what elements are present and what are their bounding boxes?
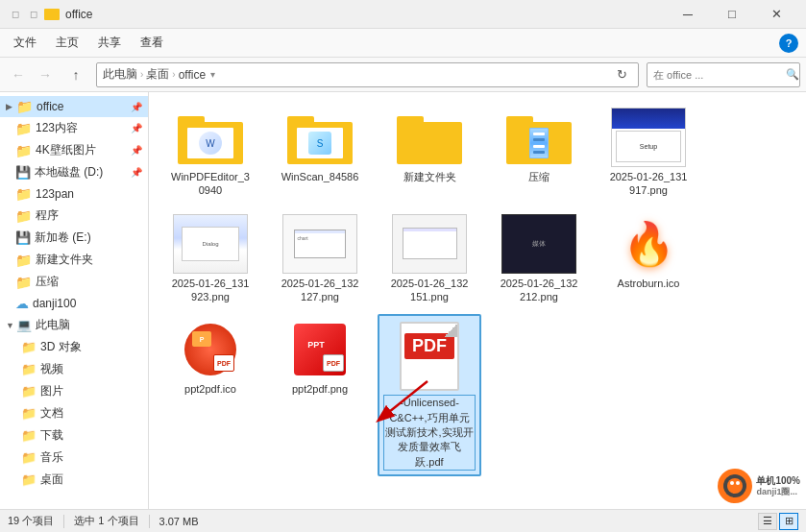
file-name-compress: 压缩	[528, 170, 550, 183]
minimize-button[interactable]: ─	[666, 0, 710, 29]
file-name-astroburn: Astroburn.ico	[618, 277, 680, 290]
file-item-pdf-selected[interactable]: PDF -Unlicensed-C&C++,巧用单元测试新技术,实现开发质量效率…	[378, 314, 481, 476]
title-bar-icons: ◻ ◻	[8, 7, 60, 22]
sidebar-item-danji100[interactable]: ☁ danji100	[0, 293, 148, 314]
back-button[interactable]: ←	[6, 62, 31, 87]
menu-view[interactable]: 查看	[131, 31, 173, 55]
address-bar[interactable]: 此电脑 › 桌面 › office ▾ ↻	[96, 62, 639, 87]
pin-icon-4k: 📌	[131, 145, 142, 156]
sidebar-item-office[interactable]: ▶ 📁 office 📌	[0, 96, 148, 117]
file-thumb-compress	[501, 107, 577, 168]
status-count: 19 个项目	[8, 514, 54, 528]
sidebar-label-video: 视频	[40, 361, 142, 377]
file-item-png-131917[interactable]: Setup 2025-01-26_131917.png	[597, 102, 700, 203]
title-icon-1[interactable]: ◻	[8, 7, 23, 22]
sidebar-item-desktop[interactable]: 📁 桌面	[0, 469, 148, 491]
sidebar-label-4k: 4K壁纸图片	[36, 142, 131, 158]
help-button[interactable]: ?	[779, 34, 798, 53]
file-name-winpdf: WinPDFEditor_30940	[171, 170, 250, 198]
file-thumb-ppt2pdf-png: PDF PPT	[281, 319, 358, 380]
desktop-icon: 📁	[21, 472, 37, 487]
hdd-icon: 💾	[15, 165, 31, 180]
pin-icon-d: 📌	[131, 167, 142, 178]
sidebar-item-4k[interactable]: 📁 4K壁纸图片 📌	[0, 139, 148, 161]
file-item-ppt2pdf-ico[interactable]: PDF P ppt2pdf.ico	[159, 314, 262, 476]
pin-icon-123: 📌	[131, 123, 142, 133]
sidebar-item-compress[interactable]: 📁 压缩	[0, 271, 148, 293]
search-box[interactable]: 🔍	[647, 62, 800, 87]
sidebar-collapse-pc: ▼	[6, 321, 15, 330]
sidebar-item-downloads[interactable]: 📁 下载	[0, 424, 148, 447]
video-icon: 📁	[21, 362, 37, 376]
sidebar-item-pc[interactable]: ▼ 💻 此电脑	[0, 314, 148, 336]
view-detail-button[interactable]: ☰	[758, 513, 777, 530]
downloads-icon: 📁	[21, 428, 37, 443]
images-icon: 📁	[21, 384, 37, 399]
file-thumb-png-132127: chart	[281, 213, 358, 275]
file-item-winpdf[interactable]: W WinPDFEditor_30940	[159, 102, 262, 203]
sidebar-collapse-office: ▶	[6, 102, 15, 111]
file-item-astroburn[interactable]: 🔥 Astroburn.ico	[597, 208, 700, 309]
sidebar-label-desktop: 桌面	[40, 472, 142, 488]
sidebar-label-newe: 新加卷 (E:)	[35, 230, 142, 246]
close-button[interactable]: ✕	[754, 0, 798, 29]
addr-dropdown-icon[interactable]: ▾	[210, 69, 215, 80]
file-item-png-131923[interactable]: Dialog 2025-01-26_131923.png	[159, 208, 262, 309]
refresh-button[interactable]: ↻	[611, 64, 632, 85]
pin-icon-office: 📌	[131, 102, 142, 112]
file-item-compress[interactable]: 压缩	[487, 102, 591, 203]
folder-icon: 📁	[15, 121, 32, 136]
folder-icon: 📁	[15, 186, 32, 202]
search-input[interactable]	[653, 69, 786, 81]
addr-part-3: office	[179, 68, 206, 82]
sidebar-label-images: 图片	[40, 383, 142, 399]
file-item-newdir[interactable]: 新建文件夹	[378, 102, 481, 203]
menu-home[interactable]: 主页	[46, 31, 88, 55]
file-item-ppt2pdf-png[interactable]: PDF PPT ppt2pdf.png	[268, 314, 372, 476]
sidebar-label-compress: 压缩	[36, 274, 142, 290]
view-grid-button[interactable]: ⊞	[779, 513, 798, 530]
sidebar-item-docs[interactable]: 📁 文档	[0, 402, 148, 424]
file-thumb-png-132151	[391, 213, 468, 275]
folder-icon: 📁	[15, 253, 32, 268]
file-name-ppt2pdf-ico: ppt2pdf.ico	[184, 382, 236, 396]
sidebar-label-123pan: 123pan	[36, 187, 142, 201]
file-item-winscan[interactable]: S WinScan_84586	[268, 102, 372, 203]
title-icon-2[interactable]: ◻	[26, 7, 41, 22]
file-thumb-astroburn: 🔥	[610, 213, 687, 275]
sidebar-item-newe[interactable]: 💾 新加卷 (E:)	[0, 227, 148, 249]
sidebar: ▶ 📁 office 📌 📁 123内容 📌 📁 4K壁纸图片 📌 💾	[0, 92, 149, 509]
file-item-png-132127[interactable]: chart 2025-01-26_132127.png	[268, 208, 372, 309]
sidebar-item-video[interactable]: 📁 视频	[0, 358, 148, 380]
sidebar-label-office: office	[37, 100, 131, 113]
file-item-png-132151[interactable]: 2025-01-26_132151.png	[378, 208, 481, 309]
sidebar-item-123pan[interactable]: 📁 123pan	[0, 183, 148, 205]
file-thumb-winpdf: W	[172, 107, 249, 168]
watermark: 单机100% danji1圈...	[718, 469, 800, 503]
music-icon: 📁	[21, 450, 37, 465]
sidebar-item-music[interactable]: 📁 音乐	[0, 447, 148, 469]
folder-icon: 📁	[16, 99, 33, 114]
forward-button[interactable]: →	[33, 62, 58, 87]
sidebar-item-123neirong[interactable]: 📁 123内容 📌	[0, 117, 148, 139]
addr-sep-2: ›	[172, 69, 175, 80]
main-content: ▶ 📁 office 📌 📁 123内容 📌 📁 4K壁纸图片 📌 💾	[0, 92, 806, 509]
sidebar-item-chengxu[interactable]: 📁 程序	[0, 205, 148, 227]
up-button[interactable]: ↑	[63, 62, 88, 87]
file-grid: W WinPDFEditor_30940 S	[159, 102, 796, 476]
sidebar-label-music: 音乐	[40, 449, 142, 466]
file-thumb-png-131917: Setup	[610, 107, 687, 168]
file-item-png-132212[interactable]: 媒体 2025-01-26_132212.png	[487, 208, 591, 309]
file-name-132151: 2025-01-26_132151.png	[391, 277, 469, 304]
maximize-button[interactable]: □	[710, 0, 754, 29]
sidebar-item-locald[interactable]: 💾 本地磁盘 (D:) 📌	[0, 161, 148, 183]
menu-share[interactable]: 共享	[88, 31, 131, 55]
sidebar-item-images[interactable]: 📁 图片	[0, 380, 148, 402]
search-icon: 🔍	[786, 68, 799, 81]
menu-file[interactable]: 文件	[4, 31, 46, 55]
status-bar: 19 个项目 选中 1 个项目 3.07 MB ☰ ⊞	[0, 509, 806, 532]
sidebar-item-3dobj[interactable]: 📁 3D 对象	[0, 336, 148, 358]
sidebar-item-newdir[interactable]: 📁 新建文件夹	[0, 249, 148, 271]
sidebar-label-chengxu: 程序	[36, 207, 142, 224]
address-path: 此电脑 › 桌面 › office ▾	[103, 66, 611, 83]
